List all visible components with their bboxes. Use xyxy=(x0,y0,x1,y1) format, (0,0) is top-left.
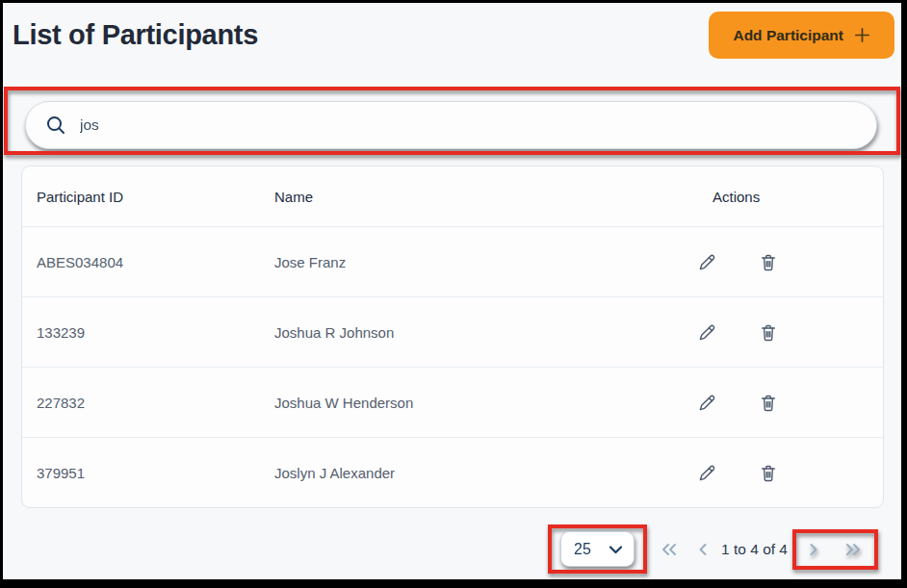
last-page-button[interactable] xyxy=(844,543,862,556)
actions-cell xyxy=(667,463,883,483)
participants-table: Participant ID Name Actions ABES034804 J… xyxy=(21,166,884,508)
delete-button[interactable] xyxy=(759,322,778,343)
column-header-actions: Actions xyxy=(667,189,883,205)
delete-button[interactable] xyxy=(759,463,778,483)
pencil-icon xyxy=(697,322,717,343)
pencil-icon xyxy=(697,463,717,483)
edit-button[interactable] xyxy=(697,322,717,343)
chevron-right-icon xyxy=(809,543,818,556)
pagination: 25 1 to 4 of 4 xyxy=(3,524,878,574)
chevron-down-icon xyxy=(609,545,623,554)
edit-button[interactable] xyxy=(697,463,717,483)
edit-button[interactable] xyxy=(697,252,717,272)
annotation-box-next-buttons xyxy=(792,529,878,570)
trash-icon xyxy=(759,463,778,483)
actions-cell xyxy=(667,252,883,272)
double-chevron-left-icon xyxy=(661,543,678,556)
pencil-icon xyxy=(697,252,717,272)
participant-id-cell: 133239 xyxy=(37,324,274,341)
delete-button[interactable] xyxy=(759,393,778,413)
participant-name-cell: Joshua R Johnson xyxy=(274,324,667,341)
trash-icon xyxy=(759,252,778,272)
column-header-name: Name xyxy=(274,189,667,205)
search-icon xyxy=(44,114,67,137)
participant-name-cell: Jose Franz xyxy=(274,254,667,270)
table-row: 133239 Joshua R Johnson xyxy=(22,296,883,367)
actions-cell xyxy=(667,393,883,413)
table-header-row: Participant ID Name Actions xyxy=(22,166,883,226)
participant-name-cell: Joshua W Henderson xyxy=(274,395,667,411)
annotation-box-search xyxy=(4,87,900,155)
search-bar xyxy=(25,101,877,149)
pencil-icon xyxy=(697,393,717,413)
page-header: List of Participants Add Participant xyxy=(3,3,901,59)
first-page-button[interactable] xyxy=(661,543,678,556)
add-participant-button[interactable]: Add Participant xyxy=(709,12,894,59)
participant-id-cell: 379951 xyxy=(37,465,274,481)
trash-icon xyxy=(759,393,778,413)
edit-button[interactable] xyxy=(697,393,717,413)
prev-page-button[interactable] xyxy=(698,543,708,556)
pagination-range-label: 1 to 4 of 4 xyxy=(721,541,788,558)
page-size-value: 25 xyxy=(574,541,591,558)
search-input[interactable] xyxy=(80,116,859,134)
delete-button[interactable] xyxy=(759,252,778,272)
table-row: 227832 Joshua W Henderson xyxy=(22,367,883,437)
add-participant-label: Add Participant xyxy=(733,27,843,44)
participant-id-cell: ABES034804 xyxy=(37,254,274,270)
participant-id-cell: 227832 xyxy=(37,395,274,411)
page-title: List of Participants xyxy=(13,19,258,51)
participant-name-cell: Joslyn J Alexander xyxy=(274,465,667,481)
annotation-box-page-size: 25 xyxy=(548,524,647,574)
actions-cell xyxy=(667,322,883,343)
double-chevron-right-icon xyxy=(844,543,862,556)
table-row: 379951 Joslyn J Alexander xyxy=(22,437,883,507)
chevron-left-icon xyxy=(698,543,708,556)
table-row: ABES034804 Jose Franz xyxy=(22,226,883,296)
column-header-participant-id: Participant ID xyxy=(37,189,274,205)
plus-icon xyxy=(854,27,870,43)
next-page-button[interactable] xyxy=(809,543,818,556)
page-size-select[interactable]: 25 xyxy=(560,531,635,567)
screen: List of Participants Add Participant Par… xyxy=(0,0,907,588)
trash-icon xyxy=(759,322,778,343)
